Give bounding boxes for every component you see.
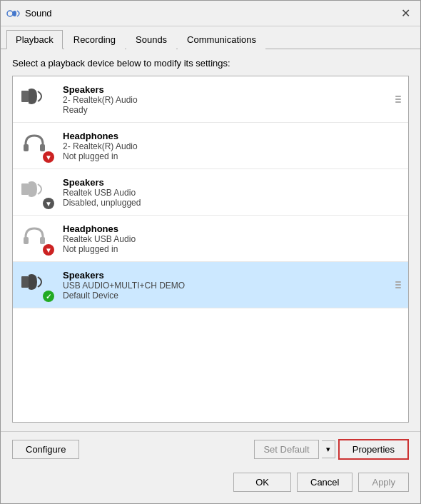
scroll-indicator-2 — [395, 281, 401, 288]
svg-rect-3 — [40, 144, 45, 151]
cancel-button[interactable]: Cancel — [297, 473, 352, 492]
device-icon-speakers-realtek — [20, 82, 54, 116]
device-name: Headphones — [63, 131, 401, 141]
configure-button[interactable]: Configure — [12, 440, 79, 459]
scroll-indicator — [395, 96, 401, 103]
device-status: Default Device — [63, 291, 395, 301]
tab-sounds[interactable]: Sounds — [126, 30, 176, 49]
device-item-headphones-realtek[interactable]: ▼ Headphones 2- Realtek(R) Audio Not plu… — [13, 123, 408, 169]
bottom-button-bar: Configure Set Default ▾ Properties — [1, 431, 420, 467]
device-info-speakers-demo: Speakers USB AUDIO+MULTI+CH DEMO Default… — [63, 270, 395, 301]
device-status: Disabled, unplugged — [63, 198, 401, 208]
device-list: Speakers 2- Realtek(R) Audio Ready — [12, 76, 409, 423]
dialog-footer: OK Cancel Apply — [1, 467, 420, 503]
set-default-dropdown-button[interactable]: ▾ — [322, 440, 335, 458]
device-item-speakers-realtek[interactable]: Speakers 2- Realtek(R) Audio Ready — [13, 76, 408, 123]
device-item-speakers-demo[interactable]: ✓ Speakers USB AUDIO+MULTI+CH DEMO Defau… — [13, 262, 408, 308]
svg-point-0 — [7, 11, 13, 16]
device-status: Not plugged in — [63, 151, 401, 161]
tab-recording[interactable]: Recording — [64, 30, 125, 49]
status-badge-down: ▼ — [43, 198, 54, 209]
tab-playback[interactable]: Playback — [6, 30, 63, 49]
set-default-button[interactable]: Set Default — [254, 440, 318, 459]
bottom-right-buttons: Set Default ▾ Properties — [254, 439, 409, 460]
svg-rect-1 — [21, 91, 29, 102]
properties-button[interactable]: Properties — [338, 439, 409, 460]
device-driver: 2- Realtek(R) Audio — [63, 95, 395, 105]
device-info-headphones-usb: Headphones Realtek USB Audio Not plugged… — [63, 223, 401, 254]
svg-rect-4 — [21, 183, 29, 195]
dialog-content: Select a playback device below to modify… — [1, 49, 420, 431]
svg-rect-5 — [24, 237, 29, 244]
device-icon-headphones-realtek: ▼ — [20, 128, 54, 163]
device-status: Ready — [63, 105, 395, 115]
apply-button[interactable]: Apply — [358, 473, 409, 492]
close-button[interactable]: ✕ — [396, 4, 415, 23]
sound-icon — [6, 6, 21, 21]
device-status: Not plugged in — [63, 244, 401, 254]
svg-rect-7 — [21, 276, 29, 288]
device-info-speakers-realtek: Speakers 2- Realtek(R) Audio Ready — [63, 84, 395, 115]
status-badge-green: ✓ — [43, 291, 54, 302]
svg-rect-6 — [40, 237, 45, 244]
device-name: Speakers — [63, 84, 395, 95]
svg-rect-2 — [24, 144, 29, 151]
status-badge-red: ▼ — [43, 151, 54, 163]
device-icon-speakers-demo: ✓ — [20, 268, 54, 302]
device-item-headphones-usb[interactable]: ▼ Headphones Realtek USB Audio Not plugg… — [13, 216, 408, 262]
device-name: Speakers — [63, 177, 401, 188]
device-name: Headphones — [63, 223, 401, 234]
device-icon-speakers-usb: ▼ — [20, 175, 54, 209]
window-title: Sound — [25, 8, 396, 19]
device-info-speakers-usb: Speakers Realtek USB Audio Disabled, unp… — [63, 177, 401, 208]
device-driver: 2- Realtek(R) Audio — [63, 141, 401, 151]
title-bar: Sound ✕ — [1, 1, 420, 26]
ok-button[interactable]: OK — [233, 473, 291, 492]
sound-dialog: Sound ✕ Playback Recording Sounds Commun… — [0, 0, 421, 504]
device-info-headphones-realtek: Headphones 2- Realtek(R) Audio Not plugg… — [63, 131, 401, 161]
device-icon-headphones-usb: ▼ — [20, 221, 54, 256]
device-driver: USB AUDIO+MULTI+CH DEMO — [63, 281, 395, 291]
tab-communications[interactable]: Communications — [178, 30, 265, 49]
instruction-text: Select a playback device below to modify… — [12, 58, 409, 69]
tab-bar: Playback Recording Sounds Communications — [1, 26, 420, 49]
device-driver: Realtek USB Audio — [63, 234, 401, 244]
device-item-speakers-usb[interactable]: ▼ Speakers Realtek USB Audio Disabled, u… — [13, 169, 408, 216]
status-badge-red2: ▼ — [43, 244, 54, 256]
device-driver: Realtek USB Audio — [63, 188, 401, 198]
device-name: Speakers — [63, 270, 395, 281]
